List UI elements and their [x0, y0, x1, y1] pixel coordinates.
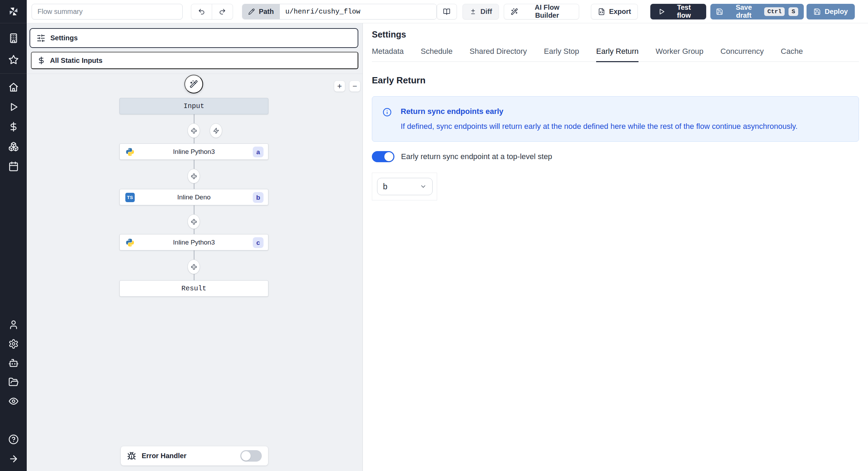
input-node-label: Input	[120, 98, 268, 114]
result-node[interactable]: Result	[119, 280, 268, 297]
export-button[interactable]: Export	[591, 4, 638, 19]
content-row: Settings All Static Inputs + − Input	[27, 23, 868, 471]
diff-button[interactable]: Diff	[462, 4, 499, 19]
wand-icon	[190, 80, 198, 88]
folder-open-icon[interactable]	[8, 377, 19, 387]
runs-play-icon[interactable]	[8, 102, 19, 112]
plus-cross-icon	[191, 127, 197, 134]
input-node[interactable]: Input	[119, 98, 268, 114]
chevron-down-icon	[420, 183, 427, 190]
help-circle-icon[interactable]	[8, 434, 19, 445]
undo-button[interactable]	[191, 4, 212, 19]
schedules-calendar-icon[interactable]	[8, 161, 19, 172]
kbd-s: S	[788, 7, 798, 16]
all-static-inputs-label: All Static Inputs	[50, 57, 102, 65]
kbd-ctrl: Ctrl	[764, 7, 785, 16]
tab-concurrency[interactable]: Concurrency	[720, 47, 764, 61]
zoom-in-button[interactable]: +	[334, 81, 345, 92]
step-node-b[interactable]: TS Inline Deno b	[119, 189, 268, 205]
dollar-icon	[37, 56, 45, 65]
path-label: Path	[259, 8, 274, 16]
tab-worker-group[interactable]: Worker Group	[656, 47, 703, 61]
path-group: Path	[242, 4, 437, 19]
resources-boxes-icon[interactable]	[8, 141, 19, 152]
add-step-button[interactable]	[187, 259, 200, 274]
save-draft-label: Save draft	[727, 3, 760, 19]
flow-panel-divider	[27, 74, 362, 74]
deploy-button[interactable]: Deploy	[807, 4, 855, 19]
flow-graph-panel: Settings All Static Inputs + − Input	[27, 23, 363, 471]
step-select-value: b	[383, 182, 387, 191]
star-icon[interactable]	[8, 55, 19, 65]
plus-cross-icon	[191, 173, 197, 180]
flow-summary-input[interactable]	[32, 4, 183, 19]
early-return-toggle-label: Early return sync endpoint at a top-leve…	[401, 152, 552, 161]
tab-early-return[interactable]: Early Return	[596, 47, 639, 62]
early-return-toggle[interactable]	[372, 151, 394, 162]
test-flow-label: Test flow	[669, 3, 699, 19]
tab-early-stop[interactable]: Early Stop	[544, 47, 579, 61]
tab-metadata[interactable]: Metadata	[372, 47, 404, 61]
step-select[interactable]: b	[377, 178, 433, 195]
sliders-icon	[36, 34, 45, 43]
docs-book-button[interactable]	[437, 4, 457, 19]
flow-settings-label: Settings	[50, 34, 78, 42]
gear-icon[interactable]	[8, 339, 19, 349]
save-draft-button[interactable]: Save draft Ctrl S	[710, 4, 804, 19]
test-flow-button[interactable]: Test flow	[650, 4, 706, 19]
add-step-button[interactable]	[187, 214, 200, 229]
windmill-logo[interactable]	[0, 0, 27, 23]
play-icon	[658, 8, 665, 15]
early-return-toggle-row: Early return sync endpoint at a top-leve…	[372, 151, 859, 162]
info-icon	[383, 108, 392, 117]
step-node-c[interactable]: Inline Python3 c	[119, 234, 268, 250]
wand-sparkles-icon	[511, 8, 518, 15]
edit-path-button[interactable]: Path	[242, 4, 279, 19]
add-step-button[interactable]	[187, 169, 200, 183]
user-icon[interactable]	[8, 320, 19, 330]
windmill-logo-icon	[8, 6, 19, 17]
topbar-actions: Diff AI Flow Builder Export Test flow Sa…	[437, 4, 855, 19]
all-static-inputs-button[interactable]: All Static Inputs	[31, 52, 358, 69]
tab-shared-directory[interactable]: Shared Directory	[469, 47, 527, 61]
step-node-c-badge: c	[253, 237, 264, 248]
zoom-out-button[interactable]: −	[349, 81, 360, 92]
add-trigger-button[interactable]	[210, 123, 222, 138]
flow-settings-button[interactable]: Settings	[30, 28, 358, 48]
collapse-arrow-right-icon[interactable]	[8, 454, 19, 464]
error-handler-label: Error Handler	[142, 452, 186, 460]
result-node-label: Result	[120, 281, 268, 296]
step-node-b-label: Inline Deno	[120, 189, 268, 205]
ai-flow-builder-label: AI Flow Builder	[522, 3, 572, 19]
sidebar-divider	[0, 73, 27, 74]
bug-icon	[127, 452, 136, 461]
undo-redo-group	[191, 4, 233, 19]
tab-cache[interactable]: Cache	[781, 47, 803, 61]
deploy-save-icon	[813, 8, 821, 15]
graph-ai-wand-button[interactable]	[184, 75, 203, 93]
building-icon[interactable]	[8, 33, 19, 43]
robot-icon[interactable]	[8, 358, 19, 368]
add-step-button[interactable]	[187, 123, 200, 138]
eye-icon[interactable]	[8, 396, 19, 406]
redo-button[interactable]	[212, 4, 233, 19]
topbar: Path Diff AI Flow Builder Expo	[27, 0, 868, 23]
toggle-knob	[241, 451, 251, 461]
zap-icon	[213, 127, 219, 134]
file-export-icon	[598, 8, 605, 15]
ai-flow-builder-button[interactable]: AI Flow Builder	[504, 4, 579, 19]
error-handler-toggle[interactable]	[240, 450, 262, 462]
sidebar	[0, 0, 27, 471]
toggle-knob	[384, 152, 393, 161]
book-open-icon	[443, 8, 450, 15]
home-icon[interactable]	[8, 82, 19, 92]
tab-schedule[interactable]: Schedule	[421, 47, 453, 61]
diff-icon	[469, 8, 477, 15]
path-input[interactable]	[280, 4, 436, 19]
early-return-section-title: Early Return	[372, 75, 859, 86]
plus-cross-icon	[191, 218, 197, 225]
error-handler-card[interactable]: Error Handler	[121, 446, 268, 465]
step-node-a[interactable]: Inline Python3 a	[119, 143, 268, 160]
variables-dollar-icon[interactable]	[8, 122, 19, 132]
undo-icon	[198, 8, 205, 15]
